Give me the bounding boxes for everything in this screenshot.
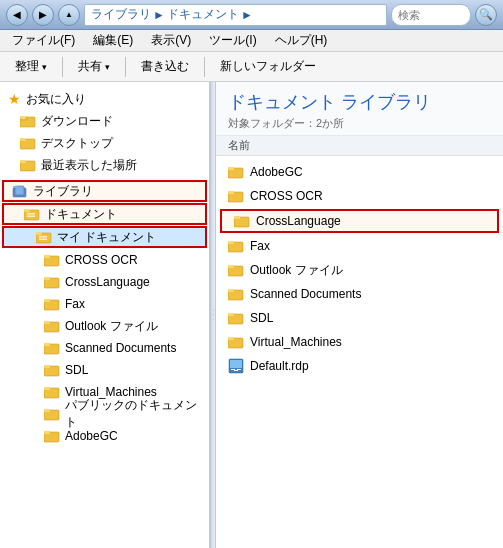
search-button[interactable]: 🔍	[475, 4, 497, 26]
content-item-label: Fax	[250, 239, 270, 253]
nav-sdl[interactable]: SDL	[0, 359, 209, 381]
new-folder-label: 新しいフォルダー	[220, 58, 316, 75]
menu-bar: ファイル(F) 編集(E) 表示(V) ツール(I) ヘルプ(H)	[0, 30, 503, 52]
nav-mydocuments-label: マイ ドキュメント	[57, 229, 156, 246]
nav-library[interactable]: ライブラリ	[2, 180, 207, 202]
toolbar-sep1	[62, 57, 63, 77]
nav-favorites-label: お気に入り	[26, 91, 86, 108]
burn-button[interactable]: 書き込む	[132, 54, 198, 79]
library-section: ライブラリ ドキュメント	[0, 180, 209, 447]
nav-my-documents[interactable]: マイ ドキュメント	[2, 226, 207, 248]
svg-rect-4	[20, 138, 26, 141]
nav-crossocr[interactable]: CROSS OCR	[0, 249, 209, 271]
content-item-crossocr[interactable]: CROSS OCR	[216, 184, 503, 208]
folder-icon	[44, 275, 60, 289]
toolbar: 整理 ▾ 共有 ▾ 書き込む 新しいフォルダー	[0, 52, 503, 82]
content-item-label: Default.rdp	[250, 359, 309, 373]
menu-file[interactable]: ファイル(F)	[4, 30, 83, 51]
nav-fax[interactable]: Fax	[0, 293, 209, 315]
folder-icon	[44, 319, 60, 333]
svg-rect-21	[44, 277, 50, 280]
column-header-name: 名前	[216, 136, 503, 156]
menu-tools[interactable]: ツール(I)	[201, 30, 264, 51]
nav-crosslanguage-label: CrossLanguage	[65, 275, 150, 289]
nav-crosslanguage[interactable]: CrossLanguage	[0, 271, 209, 293]
breadcrumb-library: ライブラリ	[91, 6, 151, 23]
star-icon: ★	[8, 91, 21, 107]
doc-folder-icon	[24, 207, 40, 221]
up-button[interactable]: ▲	[58, 4, 80, 26]
forward-button[interactable]: ▶	[32, 4, 54, 26]
nav-scanned[interactable]: Scanned Documents	[0, 337, 209, 359]
content-item-rdp[interactable]: Default.rdp	[216, 354, 503, 378]
menu-help[interactable]: ヘルプ(H)	[267, 30, 336, 51]
folder-icon	[44, 429, 60, 443]
nav-outlook[interactable]: Outlook ファイル	[0, 315, 209, 337]
folder-icon	[44, 363, 60, 377]
nav-public-doc-label: パブリックのドキュメント	[65, 397, 201, 431]
content-item-scanned[interactable]: Scanned Documents	[216, 282, 503, 306]
content-item-label: SDL	[250, 311, 273, 325]
nav-desktop-label: デスクトップ	[41, 135, 113, 152]
toolbar-sep3	[204, 57, 205, 77]
back-button[interactable]: ◀	[6, 4, 28, 26]
folder-icon	[228, 311, 244, 325]
content-item-outlook[interactable]: Outlook ファイル	[216, 258, 503, 282]
svg-rect-45	[228, 265, 234, 268]
svg-rect-55	[237, 369, 241, 370]
svg-rect-53	[230, 360, 242, 368]
svg-rect-47	[228, 289, 234, 292]
folder-icon	[44, 297, 60, 311]
folder-icon	[20, 114, 36, 128]
nav-adobegc-label: AdobeGC	[65, 429, 118, 443]
nav-recent[interactable]: 最近表示した場所	[0, 154, 209, 176]
address-bar[interactable]: ライブラリ ► ドキュメント ►	[84, 4, 387, 26]
svg-rect-31	[44, 387, 50, 390]
content-item-vm[interactable]: Virtual_Machines	[216, 330, 503, 354]
folder-icon	[44, 407, 60, 421]
content-item-label: Scanned Documents	[250, 287, 361, 301]
svg-rect-54	[231, 369, 235, 370]
content-item-fax[interactable]: Fax	[216, 234, 503, 258]
content-item-label: Virtual_Machines	[250, 335, 342, 349]
folder-icon	[44, 341, 60, 355]
nav-public-doc[interactable]: パブリックのドキュメント	[0, 403, 209, 425]
main-content: ★ お気に入り ダウンロード デスクトップ 最近表示した場所	[0, 82, 503, 548]
share-label: 共有	[78, 58, 102, 75]
nav-downloads[interactable]: ダウンロード	[0, 110, 209, 132]
breadcrumb-sep1: ►	[153, 8, 165, 22]
title-bar: ◀ ▶ ▲ ライブラリ ► ドキュメント ► 🔍	[0, 0, 503, 30]
content-item-label: CROSS OCR	[250, 189, 323, 203]
content-item-adobegc[interactable]: AdobeGC	[216, 160, 503, 184]
folder-icon	[228, 287, 244, 301]
share-button[interactable]: 共有 ▾	[69, 54, 119, 79]
content-item-label: CrossLanguage	[256, 214, 341, 228]
content-item-crosslanguage[interactable]: CrossLanguage	[220, 209, 499, 233]
content-item-sdl[interactable]: SDL	[216, 306, 503, 330]
menu-edit[interactable]: 編集(E)	[85, 30, 141, 51]
nav-documents[interactable]: ドキュメント	[2, 203, 207, 225]
svg-rect-51	[228, 337, 234, 340]
search-input[interactable]	[391, 4, 471, 26]
svg-rect-41	[234, 216, 240, 219]
svg-rect-49	[228, 313, 234, 316]
folder-icon	[20, 136, 36, 150]
nav-panel: ★ お気に入り ダウンロード デスクトップ 最近表示した場所	[0, 82, 210, 548]
content-title: ドキュメント ライブラリ	[228, 90, 491, 114]
nav-favorites[interactable]: ★ お気に入り	[0, 88, 209, 110]
breadcrumb-sep2: ►	[241, 8, 253, 22]
content-subtitle: 対象フォルダー：2か所	[228, 116, 491, 131]
nav-crossocr-label: CROSS OCR	[65, 253, 138, 267]
nav-desktop[interactable]: デスクトップ	[0, 132, 209, 154]
organize-button[interactable]: 整理 ▾	[6, 54, 56, 79]
svg-rect-39	[228, 191, 234, 194]
svg-rect-33	[44, 409, 50, 412]
svg-rect-2	[20, 116, 26, 119]
organize-dropdown-icon: ▾	[42, 62, 47, 72]
svg-rect-11	[24, 209, 30, 212]
nav-documents-label: ドキュメント	[45, 206, 117, 223]
folder-icon	[234, 214, 250, 228]
new-folder-button[interactable]: 新しいフォルダー	[211, 54, 325, 79]
folder-icon	[228, 165, 244, 179]
menu-view[interactable]: 表示(V)	[143, 30, 199, 51]
